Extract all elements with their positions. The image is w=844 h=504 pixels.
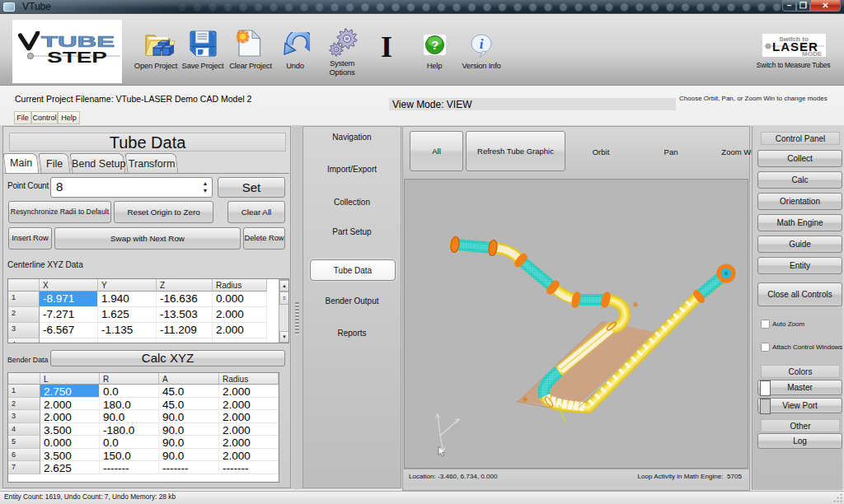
svg-text:STEP: STEP: [47, 49, 107, 66]
svg-text:MODE: MODE: [802, 50, 823, 57]
svg-text:i: i: [480, 36, 484, 52]
svg-text:?: ?: [431, 38, 438, 52]
svg-text:z: z: [444, 452, 448, 460]
svg-text:x: x: [461, 413, 464, 420]
svg-text:y: y: [422, 411, 425, 418]
